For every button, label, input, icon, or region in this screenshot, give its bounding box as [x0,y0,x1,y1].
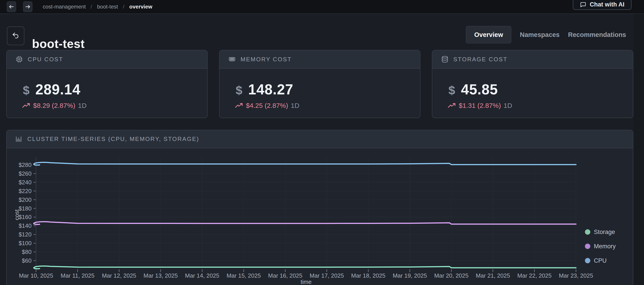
chart-card-header: CLUSTER TIME-SERIES (CPU, MEMORY, STORAG… [7,130,633,148]
svg-text:$200: $200 [18,196,32,203]
trending-up-icon [22,103,30,108]
svg-text:Mar 12, 2025: Mar 12, 2025 [102,272,136,279]
memory-cost-label: MEMORY COST [240,56,292,63]
svg-text:$100: $100 [18,240,32,246]
chart-title: CLUSTER TIME-SERIES (CPU, MEMORY, STORAG… [27,136,199,142]
breadcrumb-item-boot-test[interactable]: boot-test [97,4,118,10]
database-icon [441,56,448,63]
memory-cost-value-row: $ 148.27 [236,81,420,98]
svg-text:Mar 11, 2025: Mar 11, 2025 [61,272,94,279]
cpu-cost-label: CPU COST [28,56,63,63]
svg-text:Mar 16, 2025: Mar 16, 2025 [268,272,302,279]
svg-text:cost: cost [14,209,20,220]
storage-cost-delta: $1.31 (2.87%) [459,102,501,110]
svg-text:Storage: Storage [594,229,615,235]
undo-arrow-icon [12,32,20,40]
time-series-chart[interactable]: $280$260$240$220$200$180$160$140$120$100… [7,148,633,285]
history-back-button[interactable] [7,1,16,12]
cpu-cost-value-row: $ 289.14 [23,81,207,98]
svg-text:Mar 18, 2025: Mar 18, 2025 [351,272,385,279]
svg-text:Mar 15, 2025: Mar 15, 2025 [226,272,261,279]
svg-text:$240: $240 [18,179,32,186]
storage-cost-delta-row: $1.31 (2.87%) 1D [448,102,633,110]
svg-text:$180: $180 [18,205,32,212]
cpu-cost-delta-row: $8.29 (2.87%) 1D [22,102,207,110]
bar-chart-icon [15,136,22,143]
chart-body: $280$260$240$220$200$180$160$140$120$100… [7,148,633,285]
svg-text:Mar 19, 2025: Mar 19, 2025 [393,272,427,279]
delta-period: 1D [78,102,86,110]
svg-text:CPU: CPU [594,257,607,264]
tab-bar: Overview Namespaces Recommendations [466,26,626,44]
breadcrumb-item-cost-management[interactable]: cost-management [43,4,86,10]
storage-cost-label: STORAGE COST [453,56,508,63]
cluster-time-series-card: CLUSTER TIME-SERIES (CPU, MEMORY, STORAG… [6,130,633,285]
chat-with-ai-label: Chat with AI [590,1,624,8]
currency-symbol: $ [236,83,242,97]
storage-cost-value-row: $ 45.85 [448,81,633,98]
svg-text:Mar 21, 2025: Mar 21, 2025 [476,272,510,279]
svg-text:$80: $80 [22,248,32,255]
svg-text:Mar 14, 2025: Mar 14, 2025 [185,272,219,279]
svg-text:$120: $120 [18,231,32,238]
svg-text:$160: $160 [18,214,32,220]
cpu-cost-card-header: CPU COST [7,50,207,69]
svg-text:Mar 17, 2025: Mar 17, 2025 [310,272,344,279]
trending-up-icon [448,103,456,108]
delta-period: 1D [291,102,299,110]
tab-overview[interactable]: Overview [466,26,511,44]
history-forward-button[interactable] [23,1,32,12]
memory-cost-card: MEMORY COST $ 148.27 $4.25 (2.87%) 1D [219,50,420,118]
memory-cost-value: 148.27 [248,81,293,98]
chat-with-ai-button[interactable]: Chat with AI [573,0,632,10]
svg-text:$260: $260 [18,170,32,177]
storage-cost-value: 45.85 [461,81,498,98]
memory-cost-delta-row: $4.25 (2.87%) 1D [235,102,420,110]
svg-text:time: time [300,278,312,285]
currency-symbol: $ [23,83,30,97]
svg-text:$60: $60 [22,257,32,264]
svg-text:Mar 10, 2025: Mar 10, 2025 [19,272,53,279]
breadcrumb-separator: / [123,4,124,10]
tab-recommendations[interactable]: Recommendations [568,31,626,38]
svg-text:$280: $280 [18,162,32,168]
cpu-cost-value: 289.14 [35,81,80,98]
chat-bubble-icon [580,2,586,8]
svg-text:Mar 22, 2025: Mar 22, 2025 [517,272,552,279]
breadcrumb: cost-management / boot-test / overview [43,4,152,10]
trending-up-icon [235,103,243,108]
arrow-left-icon [8,4,14,10]
svg-text:$140: $140 [18,222,32,229]
back-button[interactable] [7,26,24,45]
storage-cost-card: STORAGE COST $ 45.85 $1.31 (2.87%) 1D [432,50,633,118]
arrow-right-icon [25,4,31,10]
memory-cost-card-header: MEMORY COST [220,50,420,69]
delta-period: 1D [504,102,512,110]
svg-text:Memory: Memory [594,243,616,250]
svg-text:$220: $220 [18,188,32,194]
svg-text:Mar 23, 2025: Mar 23, 2025 [559,272,593,279]
breadcrumb-item-overview: overview [129,4,152,10]
svg-text:Mar 13, 2025: Mar 13, 2025 [144,272,178,279]
memory-icon [228,56,236,63]
cpu-cost-delta: $8.29 (2.87%) [33,102,75,110]
svg-text:Mar 20, 2025: Mar 20, 2025 [434,272,468,279]
page-right-gutter [634,14,644,285]
memory-cost-delta: $4.25 (2.87%) [246,102,288,110]
breadcrumb-separator: / [91,4,92,10]
top-navigation-bar: cost-management / boot-test / overview C… [0,0,644,14]
storage-cost-card-header: STORAGE COST [432,50,633,69]
tab-namespaces[interactable]: Namespaces [520,31,560,38]
currency-symbol: $ [448,83,455,97]
page-title: boot-test [32,37,84,50]
cpu-icon [16,56,23,63]
cpu-cost-card: CPU COST $ 289.14 $8.29 (2.87%) 1D [6,50,208,118]
